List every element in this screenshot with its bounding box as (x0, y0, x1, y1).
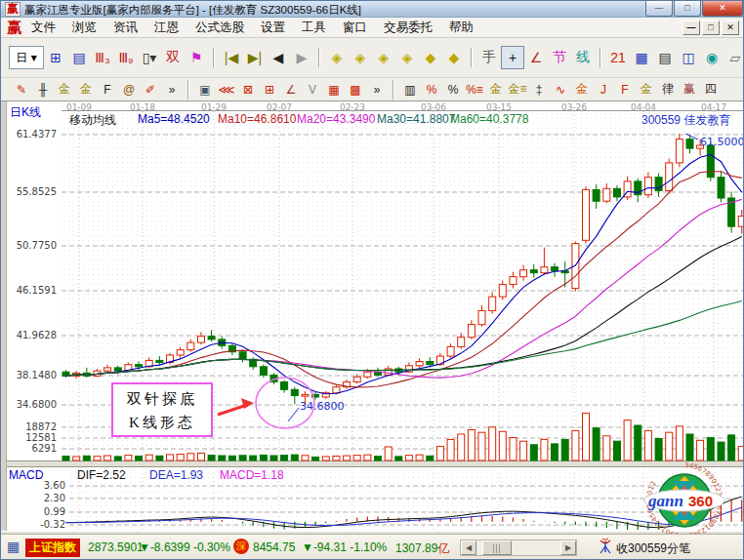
bars-9-icon[interactable]: Ⅲ₉ (114, 46, 138, 69)
info-view-icon[interactable]: ▤ (67, 46, 91, 69)
compare-icon[interactable]: 双 (161, 46, 185, 69)
gold-angle-red-icon[interactable]: 金 (571, 80, 593, 99)
red-grid-2-icon[interactable]: ▩ (345, 80, 366, 99)
scroll-thumb[interactable] (482, 540, 512, 555)
menu-item-7[interactable]: 工具 (302, 20, 326, 36)
j-angle-icon[interactable]: J (593, 80, 614, 99)
gold-grid-1-icon[interactable]: 金 (54, 80, 75, 99)
menu-item-9[interactable]: 交易委托 (384, 20, 433, 36)
line-tool-icon[interactable]: 线 (571, 46, 595, 69)
order-icon[interactable]: ▱ (723, 46, 744, 69)
f-angle-icon[interactable]: F (614, 80, 636, 99)
fan-lines-icon[interactable]: ⋘ (216, 80, 237, 99)
skip-first-icon[interactable]: |◀ (220, 46, 243, 69)
web-icon[interactable]: ◉ (700, 46, 723, 69)
scroll-left-button[interactable]: ◀ (461, 540, 476, 555)
fib-grid-icon[interactable]: F (97, 80, 118, 99)
low-price-label: 34.6800 (300, 400, 345, 413)
v-lines-icon[interactable]: V (302, 80, 323, 99)
date-axis-label: 01-18 (123, 102, 162, 112)
gold-grid-2-icon[interactable]: 金 (75, 80, 97, 99)
title-bar[interactable]: 赢 赢家江恩专业版[赢家内部服务平台] - [佳发教育 SZ300559-66日… (1, 1, 743, 18)
menu-item-2[interactable]: 浏览 (72, 20, 97, 36)
fan-box-2-icon[interactable]: ⊞ (259, 80, 280, 99)
percent-levels-icon[interactable]: %≡ (464, 80, 485, 99)
gann-grid-icon[interactable]: ╫ (32, 80, 54, 99)
mdi-minimize-button[interactable]: — (682, 20, 700, 35)
scroll-right-button[interactable]: ▶ (560, 540, 576, 555)
toolbar-separator (187, 80, 189, 100)
more-tools-1-icon[interactable]: » (161, 80, 183, 99)
horizontal-scrollbar[interactable]: ◀ ▶ (460, 540, 577, 556)
close-button[interactable]: ✕ (702, 1, 743, 17)
measure-tool-icon[interactable]: ‡ (528, 80, 550, 99)
menu-item-6[interactable]: 设置 (261, 20, 285, 36)
report-icon[interactable]: ▤ (653, 46, 677, 69)
gold-angle-icon[interactable]: 金 (636, 80, 657, 99)
hand-tool-icon[interactable]: 手 (477, 46, 501, 69)
fan-box-1-icon[interactable]: ⊠ (237, 80, 259, 99)
lv-angle-icon[interactable]: 律 (657, 80, 679, 99)
menu-item-1[interactable]: 文件 (31, 20, 56, 36)
mdi-restore-button[interactable]: □ (702, 20, 720, 35)
macd-value: MACD=1.18 (220, 468, 284, 482)
skip-last-icon[interactable]: ▶| (243, 46, 267, 69)
quote-table-icon[interactable]: ▦ (7, 539, 20, 554)
spiral-tool-icon[interactable]: @ (118, 80, 140, 99)
diamond-shrink-icon[interactable]: ◈ (395, 46, 419, 69)
sh-index-badge[interactable]: 上证指数 (25, 539, 80, 557)
step-back-icon[interactable]: ◀ (267, 46, 290, 69)
box-tool-icon[interactable]: ▣ (194, 80, 216, 99)
minimize-button[interactable]: — (645, 1, 673, 17)
stock-code-label: 300559 佳发教育 (641, 112, 730, 129)
menu-item-3[interactable]: 资讯 (113, 20, 138, 36)
diamond-left-icon[interactable]: ◈ (325, 46, 349, 69)
marker-tool-icon[interactable]: ✐ (140, 80, 161, 99)
calendar-21-icon[interactable]: 21 (606, 46, 630, 69)
maximize-button[interactable]: □ (674, 1, 701, 17)
price-axis-label: 61.4377 (1, 129, 57, 140)
crosshair-tool-icon[interactable]: + (501, 46, 524, 69)
pen-tool-icon[interactable]: ✎ (11, 80, 32, 99)
menu-item-10[interactable]: 帮助 (449, 20, 474, 36)
menu-item-8[interactable]: 窗口 (343, 20, 367, 36)
step-forward-icon[interactable]: ▶ (290, 46, 313, 69)
mdi-close-button[interactable]: ✕ (722, 20, 739, 35)
window-title: 赢家江恩专业版[赢家内部服务平台] - [佳发教育 SZ300559-66日K线… (24, 3, 361, 18)
gold-circle-icon[interactable]: 金 (485, 80, 507, 99)
chip-distribution-icon[interactable]: ▥ (399, 80, 421, 99)
panel-splitter-1[interactable] (1, 460, 743, 467)
red-grid-1-icon[interactable]: ▦ (323, 80, 345, 99)
macd-axis-label: 2.30 (1, 493, 65, 503)
mdi-buttons: —□✕ (682, 20, 739, 35)
ying-angle-icon[interactable]: 赢 (679, 80, 700, 99)
diamond-right-icon[interactable]: ◈ (349, 46, 372, 69)
more-tools-2-icon[interactable]: » (366, 80, 388, 99)
candle-style-selector[interactable]: ▯▾ (138, 46, 161, 69)
drawing-toolbar: ✎╫金金F@✐»▣⋘⊠⊞∠V▦▩»▥%%%≡金金≡‡∿金JF金律赢四 (1, 78, 743, 101)
graph-window-icon[interactable]: ⊞ (44, 46, 67, 69)
save-icon[interactable]: ◫ (677, 46, 700, 69)
period-day-selector[interactable]: 日 ▾ (9, 46, 44, 69)
diamond-zoom-out-icon[interactable]: ◆ (442, 46, 466, 69)
menu-item-5[interactable]: 公式选股 (195, 20, 244, 36)
percent-tool-icon[interactable]: % (442, 80, 464, 99)
jie-tool-icon[interactable]: 节 (548, 46, 571, 69)
gold-lines-icon[interactable]: 金≡ (507, 80, 528, 99)
date-axis-label: 04-04 (624, 102, 663, 112)
wave-tool-icon[interactable]: ∿ (550, 80, 571, 99)
angle-lines-icon[interactable]: ∠ (280, 80, 302, 99)
sz-index-icon[interactable]: 深 (233, 539, 249, 554)
angle-tool-icon[interactable]: ∠ (524, 46, 548, 69)
analysis-flag-icon[interactable]: ⚑ (185, 46, 208, 69)
si-angle-icon[interactable]: 四 (700, 80, 722, 99)
diamond-expand-icon[interactable]: ◈ (372, 46, 395, 69)
calculator-icon[interactable]: ▦ (630, 46, 653, 69)
bars-3-icon[interactable]: Ⅲ₃ (91, 46, 114, 69)
diamond-zoom-in-icon[interactable]: ◆ (419, 46, 442, 69)
percent-line-1-icon[interactable]: % (421, 80, 442, 99)
scroll-track[interactable] (476, 540, 560, 555)
menu-item-4[interactable]: 江恩 (154, 20, 179, 36)
ma-value-2: Ma10=46.8610 (218, 112, 296, 126)
toolbar-separator (599, 48, 601, 67)
